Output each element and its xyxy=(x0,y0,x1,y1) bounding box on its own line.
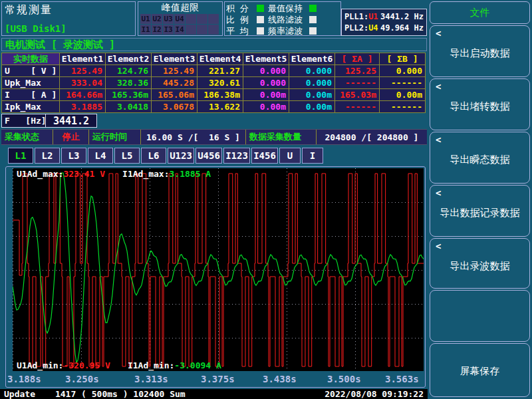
i-min-unit: A xyxy=(211,360,221,370)
table-cell: 445.28 xyxy=(152,77,197,88)
table-corner-header: 实时数据 xyxy=(2,53,59,65)
table-cell: ------ xyxy=(335,77,379,88)
indicator-scaling-label: 比 例 xyxy=(226,14,255,26)
table-cell: 0.00m xyxy=(243,89,289,100)
mode-title: 常规测量 xyxy=(5,3,132,17)
peak-cell xyxy=(186,25,196,35)
peak-cell: I4 xyxy=(174,25,185,35)
peak-cell: I2 xyxy=(152,25,162,35)
indicator-maxhold-label: 最值保持 xyxy=(268,3,308,15)
pll2-label: PLL2: xyxy=(344,23,368,33)
table-col-header: Element3 xyxy=(152,53,197,65)
x-axis-tick: 3.438s xyxy=(263,374,297,384)
sidebar-button-label: 屏幕保存 xyxy=(430,365,529,378)
u-min-unit: V xyxy=(100,360,110,370)
acquisition-status-row: 采集状态 停止 运行时间 16.00 S /[ 16 S ] 数据采集数量 20… xyxy=(1,129,427,145)
u-min-value: -320.95 xyxy=(63,360,100,370)
tab-l6[interactable]: L6 xyxy=(141,148,166,164)
peak-cell: U2 xyxy=(152,14,162,24)
tab-i456[interactable]: I456 xyxy=(251,148,278,164)
tab-i123[interactable]: I123 xyxy=(223,148,250,164)
table-cell: ------ xyxy=(335,101,379,112)
u-max-unit: V xyxy=(94,169,105,179)
measurement-table: 实时数据 Element1 Element2 Element3 Element4… xyxy=(1,53,426,113)
acq-status-value: 停止 xyxy=(53,130,89,144)
update-counter: 1417 ( 500ms ) 102400 Sum xyxy=(55,389,186,399)
tab-u123[interactable]: U123 xyxy=(168,148,194,164)
peak-grid: U1 U2 U3 U4 I1 I2 I3 I4 xyxy=(140,14,220,35)
tab-l4[interactable]: L4 xyxy=(88,148,113,164)
peak-over-limit-block: 峰值超限 U1 U2 U3 U4 I1 I2 I3 I4 xyxy=(138,1,223,36)
pll2-source: U4 xyxy=(368,23,378,33)
sample-count-label: 数据采集数量 xyxy=(246,130,317,144)
sidebar-button-export-stall[interactable]: < 导出堵转数据 xyxy=(430,78,530,130)
pll1-frequency: 3441.2 Hz xyxy=(380,12,424,21)
instrument-screen: 常规测量 [USB Disk1] 峰值超限 U1 U2 U3 U4 I1 I2 … xyxy=(0,0,532,399)
runtime-value: 16.00 S /[ 16 S ] xyxy=(141,130,246,144)
table-col-header: Element6 xyxy=(289,53,334,65)
tab-l1[interactable]: L1 xyxy=(8,148,33,164)
toggle-row: 比 例 线路滤波 xyxy=(226,14,339,25)
indicator-freqfilter-box-icon xyxy=(309,27,317,35)
peak-over-limit-title: 峰值超限 xyxy=(138,2,222,13)
chevron-left-icon: < xyxy=(436,188,441,198)
indicator-linefilter-box-icon xyxy=(309,16,317,23)
sidebar-button-label: 导出数据记录数据 xyxy=(430,207,529,219)
indicator-scaling-box-icon xyxy=(257,16,264,23)
peak-cell xyxy=(197,14,207,24)
peak-cell: I3 xyxy=(163,25,174,35)
tab-l2[interactable]: L2 xyxy=(35,148,60,164)
peak-cell xyxy=(186,14,196,24)
sidebar-button-empty[interactable] xyxy=(430,290,530,342)
pll1-label: PLL1: xyxy=(344,12,368,21)
tab-l3[interactable]: L3 xyxy=(61,148,86,164)
chevron-left-icon: < xyxy=(436,134,441,145)
tab-l5[interactable]: L5 xyxy=(114,148,140,164)
i-max-unit: A xyxy=(201,169,211,179)
tab-u[interactable]: U xyxy=(279,148,301,164)
frequency-box: F [Hz] 3441.2 xyxy=(1,114,97,128)
table-cell: 320.61 xyxy=(198,77,243,88)
table-cell: 0.000 xyxy=(380,65,425,76)
datetime: 2022/08/08 09:19:22 xyxy=(325,389,424,399)
sidebar-button-screen-save[interactable]: 屏幕保存 xyxy=(430,343,530,397)
mode-block: 常规测量 [USB Disk1] xyxy=(1,1,136,36)
x-axis-tick: 3.375s xyxy=(201,374,235,384)
frequency-value: 3441.2 xyxy=(46,115,96,127)
table-cell: 3.0418 xyxy=(106,101,151,112)
sidebar-button-export-waveform[interactable]: < 导出录波数据 xyxy=(430,238,530,289)
indicator-averaging-label: 平 均 xyxy=(226,25,255,37)
sidebar-button-export-transient[interactable]: < 导出瞬态数据 xyxy=(430,132,530,184)
indicator-maxhold-box-icon xyxy=(309,5,317,12)
table-cell: 0.000 xyxy=(289,65,334,76)
table-cell: 3.1885 xyxy=(60,101,105,112)
table-col-header: [ ΣB ] xyxy=(380,53,425,65)
status-bar: Update 1417 ( 500ms ) 102400 Sum 2022/08… xyxy=(0,389,428,399)
i-max-value: 3.1885 xyxy=(170,169,201,179)
x-axis-tick: 3.250s xyxy=(65,374,99,384)
tab-i[interactable]: I xyxy=(302,148,323,164)
table-cell: ------ xyxy=(380,101,425,112)
update-label: Update xyxy=(4,389,35,399)
sidebar-button-export-startup[interactable]: < 导出启动数据 xyxy=(430,25,530,77)
table-cell: 186.38m xyxy=(198,89,243,100)
table-cell: 165.36m xyxy=(106,89,151,100)
peak-cell: U4 xyxy=(174,14,185,24)
indicator-averaging-box-icon xyxy=(257,27,264,35)
table-cell: 333.04 xyxy=(60,77,105,88)
sidebar-button-export-datalog[interactable]: < 导出数据记录数据 xyxy=(430,185,530,237)
tab-u456[interactable]: U456 xyxy=(196,148,222,164)
sidebar-button-label: 导出启动数据 xyxy=(430,47,529,60)
table-cell: 0.00m xyxy=(380,89,425,100)
toggle-row: 积 分 最值保持 xyxy=(226,3,339,14)
pll2-frequency: 49.964 Hz xyxy=(380,23,424,33)
table-row-label: Upk_Max xyxy=(2,77,59,88)
indicator-integral-label: 积 分 xyxy=(226,3,255,15)
table-cell: 0.000 xyxy=(243,77,289,88)
frequency-label: F [Hz] xyxy=(2,114,46,127)
table-cell: 0.000 xyxy=(243,65,289,76)
pll2-row: PLL2: U4 49.964 Hz xyxy=(344,22,424,33)
table-col-header: Element5 xyxy=(243,53,289,65)
x-axis-tick: 3.563s xyxy=(385,374,419,384)
i-max-name: I1Ad_max: xyxy=(122,169,169,179)
